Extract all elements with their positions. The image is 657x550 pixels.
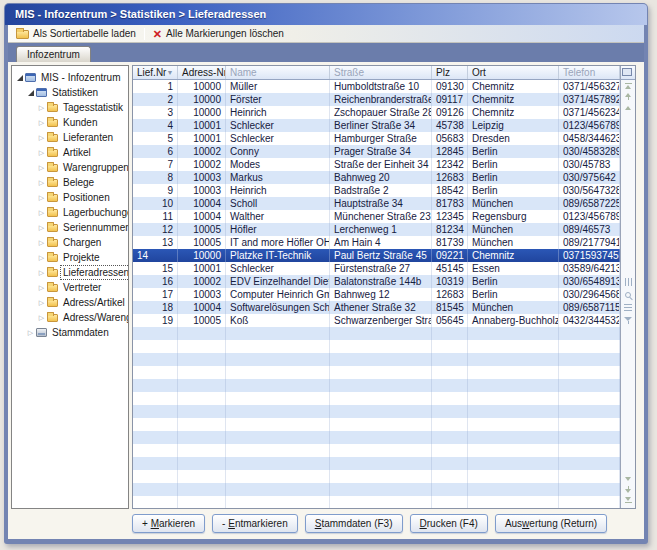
tree-collapsed-icon[interactable]: ▷: [37, 194, 46, 201]
filter-icon[interactable]: [624, 317, 632, 324]
tree-expanded-icon[interactable]: [26, 90, 35, 96]
table-empty-row[interactable]: [133, 457, 620, 470]
tree-item-vertreter[interactable]: ▷Vertreter: [12, 280, 128, 295]
table-empty-row[interactable]: [133, 483, 620, 496]
tree-collapsed-icon[interactable]: ▷: [37, 179, 46, 186]
table-empty-row[interactable]: [133, 418, 620, 431]
table-row[interactable]: 1810004Softwarelösungen Scholl GmbAthene…: [133, 301, 620, 314]
load-sort-table-button[interactable]: Als Sortiertabelle laden: [8, 25, 144, 42]
tree-item-lieferanten[interactable]: ▷Lieferanten: [12, 130, 128, 145]
table-row[interactable]: 1510001SchleckerFürstenstraße 2745145Ess…: [133, 262, 620, 275]
page-up-button[interactable]: [621, 91, 635, 102]
tree-item-positionen[interactable]: ▷Positionen: [12, 190, 128, 205]
tree-item-lagerbuchungen[interactable]: ▷Lagerbuchungen: [12, 205, 128, 220]
table-row[interactable]: 1910005KoßSchwarzenberger Straße05645Ann…: [133, 314, 620, 327]
tree-collapsed-icon[interactable]: ▷: [37, 209, 46, 216]
tree-item-projekte[interactable]: ▷Projekte: [12, 250, 128, 265]
action-button-entmarkieren[interactable]: - Entmarkieren: [212, 514, 298, 533]
scroll-bottom-button[interactable]: [621, 495, 635, 506]
tree-item-mis-infozentrum[interactable]: MIS - Infozentrum: [12, 70, 128, 85]
table-empty-row[interactable]: [133, 444, 620, 457]
column-header-telefon[interactable]: Telefon: [559, 66, 620, 79]
table-cell: 12845: [432, 145, 468, 158]
tree-item-stammdaten[interactable]: ▷Stammdaten: [12, 325, 128, 340]
tree-item-chargen[interactable]: ▷Chargen: [12, 235, 128, 250]
action-button-markieren[interactable]: + Markieren: [132, 514, 205, 533]
page-down-button[interactable]: [621, 484, 635, 495]
table-empty-row[interactable]: [133, 405, 620, 418]
tree-item-tagesstatistik[interactable]: ▷Tagesstatistik: [12, 100, 128, 115]
table-empty-row[interactable]: [133, 327, 620, 340]
table-empty-row[interactable]: [133, 392, 620, 405]
tree-collapsed-icon[interactable]: ▷: [37, 224, 46, 231]
table-row[interactable]: 1110004WaltherMünchener Straße 2312345Re…: [133, 210, 620, 223]
tree-item-adress-artikel[interactable]: ▷Adress/Artikel: [12, 295, 128, 310]
action-button-auswertung-return[interactable]: Auswertung (Return): [495, 514, 607, 533]
tree-item-warengruppen[interactable]: ▷Warengruppen: [12, 160, 128, 175]
tree-collapsed-icon[interactable]: ▷: [37, 299, 46, 306]
tree-collapsed-icon[interactable]: ▷: [26, 329, 35, 336]
tree-collapsed-icon[interactable]: ▷: [37, 134, 46, 141]
tree-item-artikel[interactable]: ▷Artikel: [12, 145, 128, 160]
table-empty-row[interactable]: [133, 340, 620, 353]
table-empty-row[interactable]: [133, 366, 620, 379]
table-row[interactable]: 310000HeinrichZschopauer Straße 28009126…: [133, 106, 620, 119]
table-row[interactable]: 1610002EDV Einzelhandel Dietsch GmbBalat…: [133, 275, 620, 288]
table-row[interactable]: 1310005IT and more Höfler OHGAm Hain 481…: [133, 236, 620, 249]
tree-item-label: Statistiken: [50, 86, 100, 99]
tree-collapsed-icon[interactable]: ▷: [37, 254, 46, 261]
search-icon[interactable]: [625, 292, 631, 298]
action-button-stammdaten-f3[interactable]: Stammdaten (F3): [305, 514, 403, 533]
tree-collapsed-icon[interactable]: ▷: [37, 284, 46, 291]
tree-collapsed-icon[interactable]: ▷: [37, 149, 46, 156]
column-header-name[interactable]: Name: [226, 66, 330, 79]
table-empty-row[interactable]: [133, 470, 620, 483]
tree-collapsed-icon[interactable]: ▷: [37, 314, 46, 321]
table-row[interactable]: 610002ConnyPrager Straße 3412845Berlin03…: [133, 145, 620, 158]
column-header-adress-nr-[interactable]: Adress-Nr.: [178, 66, 226, 79]
table-row[interactable]: 1210005HöflerLerchenweg 181234München089…: [133, 223, 620, 236]
column-header-lief-nr[interactable]: Lief.Nr▼: [133, 66, 178, 79]
table-empty-row[interactable]: [133, 496, 620, 508]
table-row[interactable]: 110000MüllerHumboldtstraße 1009130Chemni…: [133, 80, 620, 93]
table-row[interactable]: 910003HeinrichBadstraße 218542Berlin030/…: [133, 184, 620, 197]
column-header-ort[interactable]: Ort: [468, 66, 559, 79]
tree-item-belege[interactable]: ▷Belege: [12, 175, 128, 190]
column-options-button[interactable]: [621, 66, 635, 80]
tree-item-kunden[interactable]: ▷Kunden: [12, 115, 128, 130]
rows-icon[interactable]: [624, 304, 632, 311]
table-empty-row[interactable]: [133, 379, 620, 392]
tree-collapsed-icon[interactable]: ▷: [37, 119, 46, 126]
table-empty-row[interactable]: [133, 353, 620, 366]
table-row[interactable]: 1710003Computer Heinrich GmbHBahnweg 121…: [133, 288, 620, 301]
column-header-plz[interactable]: Plz: [432, 66, 468, 79]
line-down-button[interactable]: [621, 473, 635, 484]
table-row[interactable]: 1010004SchollHauptstraße 3481783München0…: [133, 197, 620, 210]
tree-collapsed-icon[interactable]: ▷: [37, 104, 46, 111]
column-header-stra-e[interactable]: Straße: [330, 66, 432, 79]
table-empty-row[interactable]: [133, 431, 620, 444]
table-cell: [330, 405, 432, 418]
table-row[interactable]: 510001SchleckerHamburger Straße05683Dres…: [133, 132, 620, 145]
tree-item-lieferadressen[interactable]: ▷Lieferadressen: [12, 265, 128, 280]
tree-collapsed-icon[interactable]: ▷: [37, 239, 46, 246]
table-row[interactable]: 210000FörsterReichenbranderstraße 309117…: [133, 93, 620, 106]
tree-item-statistiken[interactable]: Statistiken: [12, 85, 128, 100]
tree-item-seriennummern[interactable]: ▷Seriennummern: [12, 220, 128, 235]
table-row[interactable]: 710002ModesStraße der Einheit 3412342Ber…: [133, 158, 620, 171]
table-row[interactable]: 810003MarkusBahnweg 2012683Berlin030/975…: [133, 171, 620, 184]
tree-collapsed-icon[interactable]: ▷: [37, 269, 46, 276]
columns-icon[interactable]: [625, 278, 632, 286]
action-button-drucken-f4[interactable]: Drucken (F4): [410, 514, 488, 533]
tree-expanded-icon[interactable]: [15, 75, 24, 81]
scroll-top-button[interactable]: [621, 80, 635, 91]
table-row[interactable]: 1410000Platzke IT-TechnikPaul Bertz Stra…: [133, 249, 620, 262]
table-cell: [133, 405, 178, 418]
table-row[interactable]: 410001SchleckerBerliner Straße 3445738Le…: [133, 119, 620, 132]
clear-marks-button[interactable]: ✕ Alle Markierungen löschen: [145, 25, 292, 42]
tree-collapsed-icon[interactable]: ▷: [37, 164, 46, 171]
tree-item-adress-warengruppen[interactable]: ▷Adress/Warengruppen: [12, 310, 128, 325]
table-cell: [330, 392, 432, 405]
tab-infozentrum[interactable]: Infozentrum: [16, 46, 91, 62]
line-up-button[interactable]: [621, 102, 635, 113]
